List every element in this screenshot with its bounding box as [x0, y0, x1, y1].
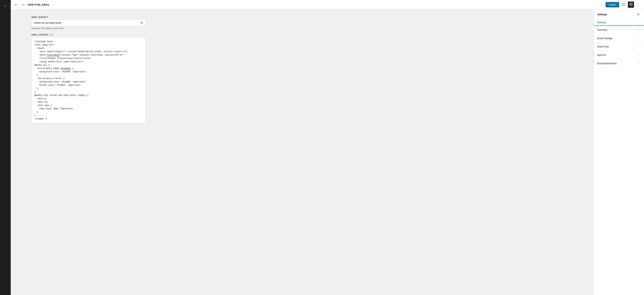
accordion-label-summary: Summary — [597, 29, 607, 31]
accordion-chevron-summary: ﹀ — [639, 28, 641, 31]
redo-button[interactable]: ↪ — [21, 2, 26, 7]
accordion-item-send-to: Send To ﹀ — [594, 51, 644, 59]
update-button[interactable]: Update — [606, 2, 619, 8]
settings-tab-settings[interactable]: Settings — [597, 19, 606, 26]
accordion-label-send-to: Send To — [597, 54, 606, 56]
main-content: EMAIL SUBJECT [/] Required. The subject … — [22, 10, 644, 295]
accordion-header-email-attachments[interactable]: Email Attachments ﹀ — [594, 59, 644, 68]
accordion-item-email-attachments: Email Attachments ﹀ — [594, 59, 644, 68]
settings-panel-header: Settings ✕ — [594, 10, 644, 19]
accordion-label-email-settings: Email Settings — [597, 37, 612, 40]
content-label: EMAIL CONTENT [/] — [32, 34, 584, 36]
toolbar-right-actions: Update ⋮ — [606, 2, 641, 8]
subject-input[interactable] — [34, 22, 141, 24]
top-toolbar: ↩ ↪ RAW HTML EMAIL Update ⋮ — [11, 0, 644, 10]
undo-button[interactable]: ↩ — [14, 2, 18, 7]
email-subject-section: EMAIL SUBJECT [/] Required. The subject … — [32, 16, 584, 30]
accordion-chevron-send-to: ﹀ — [639, 54, 641, 56]
subject-label: EMAIL SUBJECT — [32, 16, 584, 18]
accordion-chevron-email-attachments: ﹀ — [639, 62, 641, 65]
accordion-item-send-from: Send From ﹀ — [594, 43, 644, 51]
accordion-item-email-settings: Email Settings ﹀ — [594, 34, 644, 43]
accordion-label-send-from: Send From — [597, 45, 609, 48]
content-shortcode-badge[interactable]: [/] — [50, 34, 54, 36]
accordion-header-send-to[interactable]: Send To ﹀ — [594, 51, 644, 59]
settings-tab-bar: Settings — [594, 19, 644, 26]
email-content-section: EMAIL CONTENT [/] <!doctype html><html l… — [32, 34, 584, 123]
svg-rect-5 — [630, 5, 632, 5]
accordion-header-summary[interactable]: Summary ﹀ — [594, 26, 644, 34]
settings-panel-title: Settings — [597, 13, 607, 16]
page-title: RAW HTML EMAIL — [28, 3, 604, 6]
subject-hint: Required. The subject of your email. — [32, 27, 584, 30]
svg-rect-0 — [622, 3, 625, 5]
settings-accordion: Summary ﹀ Email Settings ﹀ Send From ﹀ S… — [594, 26, 644, 68]
more-options-button[interactable]: ⋮ — [635, 2, 641, 8]
accordion-item-summary: Summary ﹀ — [594, 26, 644, 34]
svg-rect-4 — [630, 4, 632, 5]
back-button[interactable]: ← — [2, 3, 8, 9]
shortcode-icon[interactable]: [/] — [141, 21, 143, 24]
settings-icon-button[interactable] — [628, 2, 634, 8]
code-editor[interactable]: <!doctype html><html lang="en"> <head> <… — [32, 37, 146, 123]
accordion-chevron-send-from: ﹀ — [639, 45, 641, 48]
accordion-header-send-from[interactable]: Send From ﹀ — [594, 43, 644, 51]
preview-icon-button[interactable] — [620, 2, 626, 8]
accordion-header-email-settings[interactable]: Email Settings ﹀ — [594, 34, 644, 42]
svg-rect-3 — [630, 4, 632, 4]
settings-close-button[interactable]: ✕ — [636, 12, 641, 17]
settings-panel: Settings ✕ Settings Summary ﹀ Email Sett… — [594, 10, 644, 295]
accordion-label-email-attachments: Email Attachments — [597, 62, 617, 65]
accordion-chevron-email-settings: ﹀ — [639, 37, 641, 40]
editor-area: EMAIL SUBJECT [/] Required. The subject … — [22, 10, 594, 295]
left-sidebar: ← — [0, 0, 11, 295]
subject-input-wrapper[interactable]: [/] — [32, 20, 146, 26]
